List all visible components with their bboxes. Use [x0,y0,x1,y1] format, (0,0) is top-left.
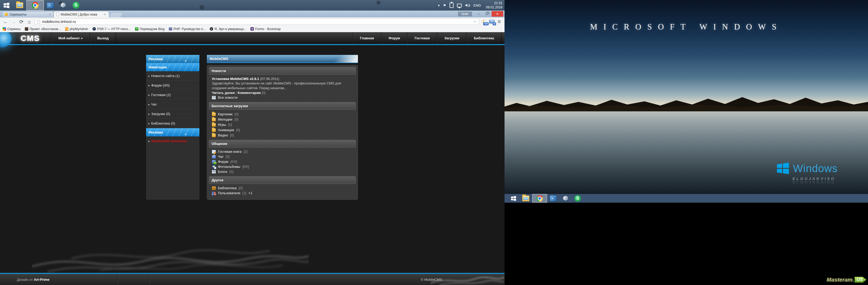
bookmark-services[interactable]: Сервисы [3,27,21,31]
chrome-button-active[interactable] [532,194,547,203]
bookmark-psr7[interactable]: ✓PSR-7 — HTTP mess... [92,27,131,31]
sidebar-item-guestbook[interactable]: ▸Гостевая (2) [146,90,199,100]
sidebar-item-downloads[interactable]: ▸Загрузки (0) [146,109,199,119]
design-brand-link[interactable]: Art-Prime [34,278,50,282]
nav-item-logout[interactable]: Выход [90,32,116,44]
minimize-button[interactable]: – [475,11,483,16]
all-news-link[interactable]: Все новости [218,96,238,100]
restore-button[interactable] [483,11,491,16]
downloads-item-games[interactable]: Игры[0] [210,122,355,127]
bookmark-bootstrap[interactable]: BForms · Bootstrap [250,27,281,31]
downloads-item-video[interactable]: Видео[0] [210,133,355,138]
sidebar-header-ad: Реклама [146,55,199,63]
extension-badge: -23 [483,22,488,25]
network-icon[interactable] [457,4,462,7]
community-item-blogs[interactable]: Блоги(0) [210,169,355,174]
bookmark-php-manual[interactable]: phpPHP: Руководство п... [169,27,206,31]
virtualbox-button[interactable] [57,0,69,10]
tab-screenshots[interactable]: Скриншоты ✕ [2,11,54,17]
tab-title: MobileCMS | Добро пожа [61,13,102,16]
sidebar-ad-link[interactable]: ▸MobileCMS download [146,136,199,146]
apps-grid-icon [3,27,6,31]
nav-item-guestbook[interactable]: Гостевая [407,32,437,44]
nav-item-forum[interactable]: Форум [381,32,407,44]
dual-monitor-screenshot: >_ S ▾ ⚑ ))) ENG 21:31 09.01.2016 [0,0,868,285]
bookmark-project[interactable]: Проект «Восстанов... [25,27,61,31]
cms-logo-text[interactable]: CMS [21,34,40,43]
community-item-forum[interactable]: Форум[0/0] [210,159,355,164]
item-label: Гостевая книга [218,150,242,153]
extension-night-mode[interactable]: ☾ -23 [481,19,488,25]
item-label: Видео [218,133,228,137]
nav-item-cabinet[interactable]: Мой кабинет » [51,32,90,44]
tray-clock[interactable]: 21:31 09.01.2016 [484,1,502,10]
url-text[interactable]: mobilecms.tinhost.ru [42,20,471,24]
main-panel: Новости Установка MobileCMS v2.6.1 (07.0… [207,65,358,200]
other-item-users[interactable]: Пользователи[1]+1 [210,190,355,195]
bookmark-label: Переводчик Bing [140,27,164,31]
windows-start-icon [3,2,10,9]
chrome-button-active[interactable] [26,0,44,10]
community-item-photoalbums[interactable]: Фотоальбомы[0/0] [210,164,355,169]
language-indicator[interactable]: ENG [473,3,481,7]
community-item-guestbook[interactable]: Гостевая книга[2] [210,149,355,154]
sidebar-item-forum[interactable]: ▸Форум (0/0) [146,81,199,90]
new-tab-button[interactable] [109,13,123,17]
downloads-item-pictures[interactable]: Картинки[0] [210,111,355,117]
file-explorer-button[interactable] [13,0,26,10]
page-icon[interactable] [37,20,40,24]
cms-logo-icon[interactable] [0,32,11,47]
bookmark-star-icon[interactable]: ☆ [473,19,476,24]
tray-chevron-icon[interactable]: ▾ [438,3,440,7]
skype-button[interactable]: S [69,0,83,10]
sidebar-item-label: Загрузки (0) [151,112,170,116]
reload-button[interactable]: ⟳ [18,19,25,24]
news-post-title[interactable]: Установка MobileCMS v2.6.1 [212,77,259,81]
other-item-library[interactable]: Библиотека[0] [210,185,355,190]
community-item-chat[interactable]: Чат[0] [210,154,355,159]
skype-icon: S [575,195,581,202]
back-button[interactable]: ← [2,19,9,24]
chrome-menu-button[interactable]: ≡ [496,19,502,25]
nav-item-downloads[interactable]: Загрузки [437,32,466,44]
virtualbox-button[interactable] [559,194,571,203]
volume-icon[interactable]: ))) [465,4,470,7]
tab-close-icon[interactable]: ✕ [103,13,106,16]
downloads-item-melodies[interactable]: Мелодии[0] [210,117,355,122]
nav-item-home[interactable]: Главная [353,32,381,44]
downloads-item-animation[interactable]: Анимация[0] [210,127,355,133]
sidebar-item-library[interactable]: ▸Библиотека (0) [146,119,199,128]
sidebar-item-chat[interactable]: ▸Чат [146,100,199,109]
powershell-button[interactable]: >_ [547,194,559,203]
home-button[interactable]: ⌂ [26,19,33,24]
blogs-icon [212,170,216,174]
chrome-profile-button[interactable]: Олег [458,12,472,16]
bookmark-movie[interactable]: ☻Я, Эрл и умирающа... [210,27,246,31]
all-news-row[interactable]: Все новости [210,95,355,100]
main-header-title: MobileCMS [210,57,228,61]
right-monitor: MICROSOFT WINDOWS Windows ELGUJAKVISO EL… [504,0,868,285]
comments-link[interactable]: Комментарии [238,91,261,95]
tab-mobilecms-active[interactable]: MobileCMS | Добро пожа ✕ [54,11,109,17]
close-button[interactable]: ✕ [492,11,503,16]
item-count: [0/0] [242,165,249,169]
powershell-button[interactable]: >_ [44,0,57,10]
start-button[interactable] [0,0,13,10]
address-bar[interactable]: mobilecms.tinhost.ru ☆ [35,19,479,25]
skype-button[interactable]: S [571,194,584,203]
sidebar-item-news[interactable]: ▸Новости сайта (1) [146,71,199,81]
main-column: MobileCMS Новости Установка MobileCMS v2… [207,55,358,200]
bookmark-phpmyadmin[interactable]: PMAphpMyAdmin [65,27,88,31]
nav-item-library[interactable]: Библиотека [466,32,501,44]
start-button[interactable] [508,194,519,203]
extension-mail-checker[interactable]: 1 [489,19,495,25]
file-explorer-button[interactable] [519,194,532,203]
tab-close-icon[interactable]: ✕ [48,13,52,16]
battery-icon[interactable] [450,3,454,8]
bookmark-label: Проект «Восстанов... [30,27,61,31]
footer-design-credit: Дизайн от Art-Prime [17,278,50,282]
forward-button[interactable]: → [10,19,17,24]
bookmark-bing-translator[interactable]: TПереводчик Bing [135,27,164,31]
action-center-flag-icon[interactable]: ⚑ [443,3,446,7]
read-more-link[interactable]: Читать далее [212,91,235,95]
